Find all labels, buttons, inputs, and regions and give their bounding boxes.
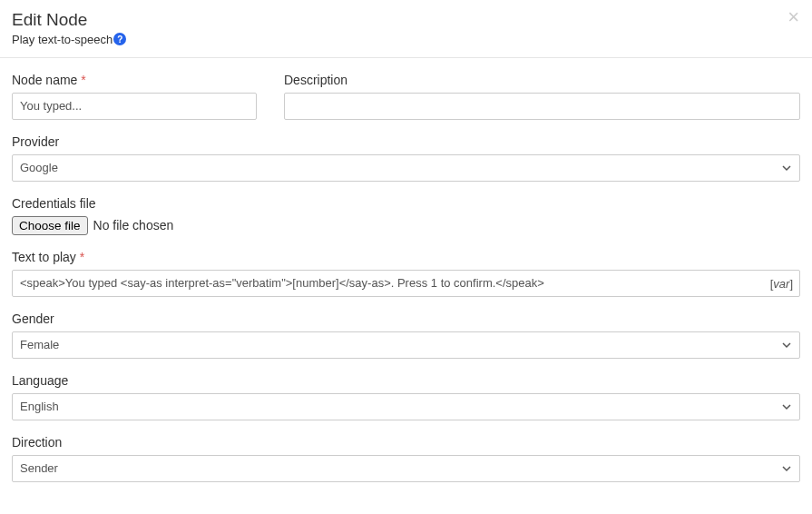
language-select[interactable]: English: [12, 393, 800, 420]
row-credentials: Credentials file Choose file No file cho…: [12, 196, 800, 235]
gender-label: Gender: [12, 311, 800, 326]
modal-title: Edit Node: [12, 9, 800, 32]
text-to-play-group: Text to play * [var]: [12, 250, 800, 297]
description-input[interactable]: [284, 93, 800, 120]
row-language: Language English: [12, 373, 800, 420]
gender-select[interactable]: Female: [12, 331, 800, 359]
modal-header: Edit Node Play text-to-speech ? ×: [0, 0, 812, 58]
label-text: Text to play: [12, 250, 76, 264]
direction-group: Direction Sender: [12, 435, 800, 482]
provider-group: Provider Google: [12, 134, 800, 182]
help-icon[interactable]: ?: [113, 33, 126, 45]
row-provider: Provider Google: [12, 134, 800, 182]
label-text: Node name: [12, 73, 77, 87]
row-direction: Direction Sender: [12, 435, 800, 482]
required-mark: *: [80, 250, 84, 264]
direction-label: Direction: [12, 435, 800, 450]
row-gender: Gender Female: [12, 311, 800, 359]
text-to-play-label: Text to play *: [12, 250, 800, 264]
provider-label: Provider: [12, 134, 800, 149]
modal-body: Node name * Description Provider Google …: [0, 58, 812, 482]
row-text-to-play: Text to play * [var]: [12, 250, 800, 297]
choose-file-button[interactable]: Choose file: [12, 216, 88, 235]
description-group: Description: [284, 73, 800, 120]
file-input-row: Choose file No file chosen: [12, 216, 800, 235]
row-name-description: Node name * Description: [12, 73, 800, 120]
required-mark: *: [81, 73, 85, 87]
description-label: Description: [284, 73, 800, 87]
text-to-play-input[interactable]: [12, 270, 800, 297]
text-to-play-wrap: [var]: [12, 270, 800, 297]
subtitle-text: Play text-to-speech: [12, 33, 113, 46]
language-group: Language English: [12, 373, 800, 420]
file-status-text: No file chosen: [93, 218, 174, 232]
close-button[interactable]: ×: [788, 7, 799, 27]
modal-subtitle: Play text-to-speech ?: [12, 33, 800, 46]
node-name-input[interactable]: [12, 93, 257, 120]
gender-group: Gender Female: [12, 311, 800, 359]
node-name-label: Node name *: [12, 73, 257, 87]
credentials-group: Credentials file Choose file No file cho…: [12, 196, 800, 235]
direction-select[interactable]: Sender: [12, 455, 800, 482]
language-label: Language: [12, 373, 800, 388]
credentials-label: Credentials file: [12, 196, 800, 211]
provider-select[interactable]: Google: [12, 154, 800, 182]
node-name-group: Node name *: [12, 73, 257, 120]
